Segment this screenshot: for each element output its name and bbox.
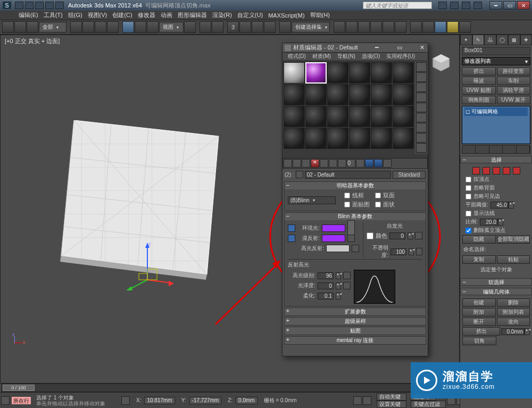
m-options[interactable]: 选项(O) xyxy=(359,53,383,61)
go-parent-icon[interactable] xyxy=(374,159,383,168)
options-icon[interactable] xyxy=(416,123,427,132)
make-copy-icon[interactable] xyxy=(320,159,328,168)
align-button[interactable] xyxy=(346,21,358,33)
qat-icon[interactable] xyxy=(25,2,34,9)
x-value[interactable]: 10.817mm xyxy=(144,397,174,404)
star-icon[interactable] xyxy=(462,2,470,9)
roll-extended[interactable]: 扩展参数 xyxy=(285,308,426,315)
redo-button[interactable] xyxy=(14,21,26,33)
extrude-value[interactable] xyxy=(501,328,525,335)
sample-13[interactable] xyxy=(284,106,305,127)
tab-display[interactable]: ▦ xyxy=(508,35,520,45)
sample-22[interactable] xyxy=(349,128,370,149)
menu-render[interactable]: 渲染(R) xyxy=(210,11,235,19)
unhide-button[interactable]: 全部取消隐藏 xyxy=(497,235,530,244)
coord-system[interactable]: 视图 xyxy=(159,22,184,32)
hide-button[interactable]: 隐藏 xyxy=(462,235,496,244)
sample-12[interactable] xyxy=(393,84,414,105)
close-button[interactable]: ✕ xyxy=(517,1,530,10)
teapot-render-button[interactable] xyxy=(459,21,471,33)
btn-uvw[interactable]: UVW 贴图 xyxy=(462,86,496,95)
matlib-icon[interactable] xyxy=(416,143,427,153)
lock-icon[interactable] xyxy=(121,396,130,405)
modifier-stack[interactable]: ◻ 可编辑网格 xyxy=(462,106,530,144)
sample-slots[interactable] xyxy=(282,61,415,154)
menu-anim[interactable]: 动画 xyxy=(158,11,175,19)
addkey-icon[interactable] xyxy=(363,396,371,405)
sample-9[interactable] xyxy=(327,84,348,105)
sample-1[interactable] xyxy=(284,62,305,84)
assign-mat-icon[interactable] xyxy=(302,159,310,168)
sample-14[interactable] xyxy=(305,106,327,127)
go-sibling-icon[interactable] xyxy=(383,159,392,168)
roll-maps[interactable]: 贴图 xyxy=(285,327,426,335)
video-color-icon[interactable] xyxy=(416,103,427,112)
object-name-field[interactable]: Box001 xyxy=(462,47,530,55)
menu-custom[interactable]: 自定义(U) xyxy=(235,11,265,19)
sample-21[interactable] xyxy=(327,128,348,149)
move-gizmo[interactable]: z xyxy=(126,243,174,290)
info-icon[interactable] xyxy=(450,2,459,9)
btn-unwrap[interactable]: UVW 展开 xyxy=(497,96,531,104)
opacity-map-slot[interactable] xyxy=(416,248,422,255)
background-icon[interactable] xyxy=(416,82,427,92)
y-value[interactable]: -17.727mm xyxy=(189,397,222,404)
sample-type-icon[interactable] xyxy=(416,62,427,72)
roll-shader-basic[interactable]: 明暗器基本参数 xyxy=(285,182,426,189)
view-cube[interactable] xyxy=(429,51,453,74)
stack-tools[interactable] xyxy=(462,145,530,154)
chk-ignorevis[interactable]: 忽略可见边 xyxy=(466,193,527,200)
search-input[interactable] xyxy=(363,2,432,9)
diffuse-map-slot[interactable] xyxy=(347,235,355,242)
render-setup-button[interactable] xyxy=(410,21,422,33)
chk-wire[interactable]: 线框 xyxy=(344,191,370,199)
medit-minimize-button[interactable]: ━ xyxy=(373,44,380,52)
medit-close-button[interactable]: ✕ xyxy=(418,44,426,52)
time-slider-knob[interactable]: 0 / 100 xyxy=(3,385,35,391)
menu-create[interactable]: 创建(C) xyxy=(110,11,135,19)
reset-mat-icon[interactable]: ✕ xyxy=(311,159,319,168)
menu-help[interactable]: 帮助(H) xyxy=(307,11,332,19)
tab-hierarchy[interactable]: 品 xyxy=(484,35,496,45)
window-crossing-button[interactable] xyxy=(107,21,119,33)
specular-color[interactable] xyxy=(326,245,350,252)
btn-lathe[interactable]: 车削 xyxy=(497,77,531,85)
ambient-color[interactable] xyxy=(322,224,345,232)
btn-turbo[interactable]: 涡轮平滑 xyxy=(497,86,531,95)
layers-button[interactable] xyxy=(358,21,370,33)
chk-facemap[interactable]: 面贴图 xyxy=(344,201,370,209)
sample-11[interactable] xyxy=(371,84,392,105)
help-search-icon[interactable] xyxy=(438,2,447,9)
shader-type[interactable]: (B)Blinn xyxy=(288,196,336,204)
menu-tools[interactable]: 工具(T) xyxy=(41,11,65,19)
maximize-button[interactable]: ▭ xyxy=(503,1,516,10)
roll-select[interactable]: 选择 xyxy=(460,156,532,163)
diffuse-lock-icon[interactable] xyxy=(288,235,295,242)
sample-5[interactable] xyxy=(371,62,392,84)
show-in-vp-icon[interactable] xyxy=(356,159,364,168)
rotate-button[interactable] xyxy=(135,21,146,33)
sample-10[interactable] xyxy=(349,84,370,105)
roll-supersample[interactable]: 超级采样 xyxy=(285,318,426,325)
render-button[interactable] xyxy=(435,21,446,33)
setkey-button[interactable]: 设置关键点 xyxy=(377,401,406,408)
gloss-map-slot[interactable] xyxy=(343,282,351,289)
named-selection-set[interactable]: 创建选择集 xyxy=(292,22,330,32)
link-button[interactable] xyxy=(27,21,38,33)
speclevel-value[interactable] xyxy=(318,272,334,279)
manip-button[interactable] xyxy=(200,21,211,33)
get-mat-icon[interactable] xyxy=(284,159,292,168)
app-logo[interactable]: S xyxy=(2,1,12,10)
sample-24[interactable] xyxy=(393,128,414,149)
diffuse-color[interactable] xyxy=(322,235,345,242)
menu-script[interactable]: MAXScript(M) xyxy=(265,12,307,19)
material-editor-button[interactable] xyxy=(395,21,406,33)
extrude-tool-button[interactable]: 挤出 xyxy=(462,327,500,336)
material-name-field[interactable] xyxy=(305,171,391,179)
btn-extrude[interactable]: 挤出 xyxy=(462,67,496,76)
backlight-icon[interactable] xyxy=(416,72,427,82)
create-button[interactable]: 创建 xyxy=(462,298,496,307)
select-by-mat-icon[interactable] xyxy=(416,133,427,143)
chk-deliso[interactable]: 删除孤立顶点 xyxy=(466,227,527,234)
sample-7[interactable] xyxy=(284,84,305,105)
